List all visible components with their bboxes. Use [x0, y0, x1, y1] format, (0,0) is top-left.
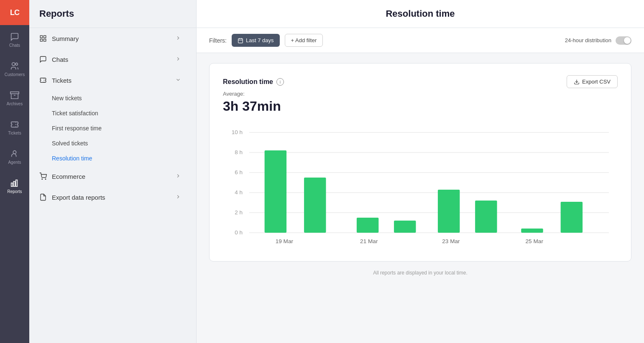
svg-rect-7 — [16, 180, 18, 186]
svg-rect-11 — [40, 39, 42, 41]
distribution-label: 24-hour distribution — [565, 37, 611, 43]
chart-card-header: Resolution time i Export CSV — [223, 75, 618, 88]
svg-rect-6 — [13, 181, 15, 186]
export-chevron — [175, 194, 186, 201]
svg-rect-5 — [11, 183, 13, 186]
chart-title: Resolution time — [223, 78, 273, 86]
footer-note: All reports are displayed in your local … — [209, 270, 631, 276]
sidebar-item-tickets[interactable]: Tickets — [0, 113, 29, 142]
bar-20-mar — [304, 178, 326, 233]
bar-26-mar — [561, 202, 583, 233]
svg-text:19 Mar: 19 Mar — [276, 238, 294, 244]
svg-point-13 — [45, 179, 46, 180]
filter-bar: Filters: Last 7 days + Add filter 24-hou… — [197, 28, 644, 53]
svg-text:10 h: 10 h — [232, 129, 243, 135]
svg-rect-2 — [10, 91, 19, 94]
distribution-toggle[interactable] — [616, 36, 631, 45]
sidebar-item-archives[interactable]: Archives — [0, 84, 29, 113]
nav-item-ecommerce[interactable]: Ecommerce — [29, 166, 196, 187]
active-filter-button[interactable]: Last 7 days — [232, 34, 280, 47]
nav-sub-item-solved-tickets[interactable]: Solved tickets — [29, 136, 196, 151]
bar-23-mar — [438, 190, 460, 233]
bar-chart-svg: 10 h 8 h 6 h 4 h 2 h 0 h — [223, 124, 618, 249]
tickets-chevron — [175, 77, 186, 84]
chart-avg-label: Average: — [223, 91, 618, 97]
chart-title-row: Resolution time i — [223, 78, 284, 86]
sidebar-item-chats[interactable]: Chats — [0, 25, 29, 54]
svg-rect-14 — [238, 38, 243, 43]
svg-rect-8 — [40, 36, 42, 38]
bar-25-mar — [521, 229, 543, 233]
add-filter-button[interactable]: + Add filter — [285, 34, 323, 47]
svg-point-1 — [15, 63, 18, 65]
svg-text:25 Mar: 25 Mar — [526, 238, 544, 244]
nav-sub-item-ticket-satisfaction[interactable]: Ticket satisfaction — [29, 106, 196, 121]
ecommerce-chevron — [175, 173, 186, 180]
svg-text:4 h: 4 h — [235, 189, 243, 196]
main-content: Resolution time Filters: Last 7 days + A… — [197, 0, 644, 343]
info-icon[interactable]: i — [276, 78, 284, 86]
nav-panel: Reports Summary Chats Tickets New ticket… — [29, 0, 197, 343]
filter-label: Filters: — [209, 37, 227, 44]
nav-sub-item-resolution-time[interactable]: Resolution time — [29, 151, 196, 166]
nav-item-export[interactable]: Export data reports — [29, 187, 196, 208]
nav-sub-item-first-response-time[interactable]: First response time — [29, 121, 196, 136]
nav-item-chats[interactable]: Chats — [29, 49, 196, 70]
svg-text:6 h: 6 h — [235, 169, 243, 175]
chats-chevron — [175, 56, 186, 63]
sidebar-item-reports[interactable]: Reports — [0, 171, 29, 201]
svg-text:0 h: 0 h — [235, 229, 243, 236]
bar-chart-area: 10 h 8 h 6 h 4 h 2 h 0 h — [223, 124, 618, 249]
export-csv-button[interactable]: Export CSV — [567, 75, 618, 88]
chart-card: Resolution time i Export CSV Average: 3h… — [209, 63, 631, 262]
svg-rect-9 — [44, 36, 46, 38]
nav-item-summary[interactable]: Summary — [29, 28, 196, 49]
svg-text:2 h: 2 h — [235, 209, 243, 216]
bar-24-mar — [475, 201, 497, 233]
distribution-toggle-group: 24-hour distribution — [565, 36, 631, 45]
svg-point-12 — [42, 179, 43, 180]
chart-avg-value: 3h 37min — [223, 99, 618, 114]
bar-19-mar — [265, 150, 286, 233]
chart-container: Resolution time i Export CSV Average: 3h… — [197, 53, 644, 343]
page-title: Resolution time — [197, 0, 644, 28]
bar-21-mar — [357, 218, 378, 233]
svg-text:21 Mar: 21 Mar — [360, 238, 378, 244]
app-logo: LC — [0, 0, 29, 25]
bar-22-mar — [394, 221, 416, 233]
nav-sub-item-new-tickets[interactable]: New tickets — [29, 91, 196, 106]
svg-text:23 Mar: 23 Mar — [442, 238, 460, 244]
svg-point-0 — [12, 62, 15, 65]
nav-panel-header: Reports — [29, 0, 196, 28]
svg-point-4 — [13, 150, 16, 153]
sidebar-item-customers[interactable]: Customers — [0, 54, 29, 84]
summary-chevron — [175, 35, 186, 42]
sidebar-item-agents[interactable]: Agents — [0, 142, 29, 171]
svg-rect-10 — [44, 39, 46, 41]
icon-sidebar: LC Chats Customers Archives Tickets Agen… — [0, 0, 29, 343]
nav-item-tickets[interactable]: Tickets — [29, 70, 196, 91]
svg-text:8 h: 8 h — [235, 149, 243, 155]
